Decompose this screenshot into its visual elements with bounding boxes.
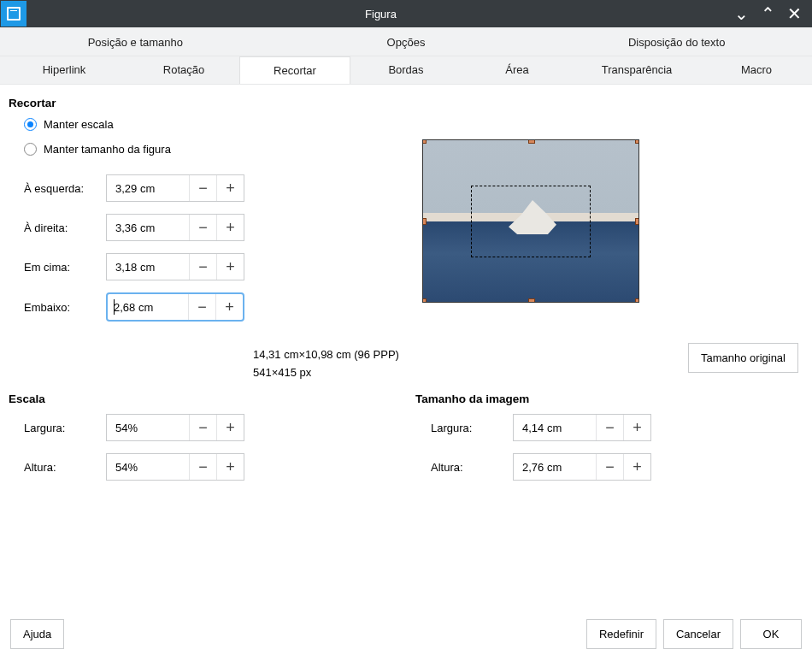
tab-transparency[interactable]: Transparência <box>573 56 701 84</box>
tab-options[interactable]: Opções <box>271 27 542 56</box>
crop-bottom-label: Embaixo: <box>24 301 96 314</box>
imgsize-height-row: Altura: 2,76 cm − + <box>431 453 697 481</box>
crop-left-label: À esquerda: <box>24 182 96 195</box>
tab-content: Recortar Manter escala Manter tamanho da… <box>0 85 812 611</box>
radio-keep-size-row[interactable]: Manter tamanho da figura <box>24 143 803 156</box>
crop-top-minus[interactable]: − <box>189 254 216 280</box>
scale-width-row: Largura: 54% − + <box>24 414 265 441</box>
crop-left-row: À esquerda: 3,29 cm − + <box>24 174 803 202</box>
imgsize-width-label: Largura: <box>431 422 503 434</box>
handle-tm[interactable] <box>528 139 535 144</box>
crop-right-value[interactable]: 3,36 cm <box>107 215 189 240</box>
crop-top-label: Em cima: <box>24 261 96 274</box>
scale-height-row: Altura: 54% − + <box>24 453 265 481</box>
handle-tr[interactable] <box>635 139 639 144</box>
radio-keep-size-label: Manter tamanho da figura <box>44 143 171 156</box>
scale-section: Escala Largura: 54% − + Altura: 54% − + <box>9 392 265 493</box>
crop-top-row: Em cima: 3,18 cm − + <box>24 253 803 280</box>
crop-bottom-input[interactable]: 2,68 cm − + <box>106 292 244 322</box>
crop-right-row: À direita: 3,36 cm − + <box>24 214 803 241</box>
cancel-button[interactable]: Cancelar <box>663 619 733 649</box>
tab-area[interactable]: Área <box>462 56 573 84</box>
crop-right-label: À direita: <box>24 221 96 234</box>
close-icon[interactable]: ✕ <box>787 5 802 22</box>
imgsize-height-value[interactable]: 2,76 cm <box>514 454 596 480</box>
crop-right-plus[interactable]: + <box>216 215 244 240</box>
ok-button[interactable]: OK <box>740 619 802 649</box>
dialog-window: Figura ⌄ ⌃ ✕ Posição e tamanho Opções Di… <box>0 0 812 661</box>
image-size-heading: Tamanho da imagem <box>415 392 697 405</box>
crop-rectangle[interactable] <box>471 186 591 257</box>
crop-preview[interactable] <box>422 139 639 303</box>
crop-top-input[interactable]: 3,18 cm − + <box>106 253 244 280</box>
scale-height-plus[interactable]: + <box>216 454 244 480</box>
crop-bottom-plus[interactable]: + <box>215 294 243 320</box>
image-info-dims: 14,31 cm×10,98 cm (96 PPP) <box>253 346 399 364</box>
tab-crop[interactable]: Recortar <box>239 56 350 84</box>
imgsize-width-value[interactable]: 4,14 cm <box>514 415 596 440</box>
radio-keep-scale[interactable] <box>24 118 37 131</box>
tab-borders[interactable]: Bordas <box>350 56 462 84</box>
imgsize-height-minus[interactable]: − <box>596 454 623 480</box>
scale-height-input[interactable]: 54% − + <box>106 453 244 481</box>
crop-bottom-value[interactable]: 2,68 cm <box>108 294 188 320</box>
handle-bl[interactable] <box>422 298 427 303</box>
window-controls: ⌄ ⌃ ✕ <box>734 5 812 22</box>
reset-button[interactable]: Redefinir <box>586 619 656 649</box>
app-icon <box>1 1 26 27</box>
scale-height-value[interactable]: 54% <box>107 454 189 480</box>
crop-right-minus[interactable]: − <box>189 215 216 240</box>
handle-ml[interactable] <box>422 218 427 225</box>
crop-top-plus[interactable]: + <box>216 254 244 280</box>
expand-icon[interactable]: ⌃ <box>761 5 775 22</box>
image-size-section: Tamanho da imagem Largura: 4,14 cm − + A… <box>415 392 697 493</box>
imgsize-width-minus[interactable]: − <box>596 415 623 440</box>
scale-width-value[interactable]: 54% <box>107 415 189 440</box>
image-info: 14,31 cm×10,98 cm (96 PPP) 541×415 px <box>253 346 399 382</box>
imgsize-width-input[interactable]: 4,14 cm − + <box>513 414 651 441</box>
crop-left-input[interactable]: 3,29 cm − + <box>106 174 244 202</box>
radio-keep-scale-label: Manter escala <box>44 118 114 131</box>
dialog-footer: Ajuda Redefinir Cancelar OK <box>0 611 812 661</box>
help-button[interactable]: Ajuda <box>10 619 64 649</box>
crop-bottom-row: Embaixo: 2,68 cm − + <box>24 292 803 322</box>
crop-left-minus[interactable]: − <box>189 175 216 201</box>
tab-rotation[interactable]: Rotação <box>128 56 239 84</box>
handle-tl[interactable] <box>422 139 427 144</box>
crop-right-input[interactable]: 3,36 cm − + <box>106 214 244 241</box>
crop-bottom-minus[interactable]: − <box>188 294 215 320</box>
imgsize-height-input[interactable]: 2,76 cm − + <box>513 453 651 481</box>
window-title: Figura <box>27 8 734 21</box>
collapse-icon[interactable]: ⌄ <box>734 5 749 22</box>
radio-keep-scale-row[interactable]: Manter escala <box>24 118 803 131</box>
handle-br[interactable] <box>635 298 639 303</box>
crop-left-plus[interactable]: + <box>216 175 244 201</box>
crop-heading: Recortar <box>9 97 803 109</box>
scale-heading: Escala <box>9 392 265 405</box>
scale-width-label: Largura: <box>24 422 96 434</box>
imgsize-height-label: Altura: <box>431 461 503 474</box>
scale-width-plus[interactable]: + <box>216 415 244 440</box>
handle-bm[interactable] <box>528 298 535 303</box>
scale-width-input[interactable]: 54% − + <box>106 414 244 441</box>
tab-macro[interactable]: Macro <box>701 56 812 84</box>
imgsize-width-plus[interactable]: + <box>623 415 650 440</box>
imgsize-width-row: Largura: 4,14 cm − + <box>431 414 697 441</box>
scale-height-label: Altura: <box>24 461 96 474</box>
secondary-tabs: Hiperlink Rotação Recortar Bordas Área T… <box>0 56 812 85</box>
title-bar: Figura ⌄ ⌃ ✕ <box>0 0 812 27</box>
scale-width-minus[interactable]: − <box>189 415 216 440</box>
radio-keep-size[interactable] <box>24 143 37 156</box>
primary-tabs: Posição e tamanho Opções Disposição do t… <box>0 27 812 56</box>
handle-mr[interactable] <box>635 218 639 225</box>
image-info-px: 541×415 px <box>253 364 399 382</box>
original-size-button[interactable]: Tamanho original <box>688 343 798 373</box>
tab-text-wrap[interactable]: Disposição do texto <box>541 27 812 56</box>
crop-top-value[interactable]: 3,18 cm <box>107 254 189 280</box>
crop-left-value[interactable]: 3,29 cm <box>107 175 189 201</box>
tab-hyperlink[interactable]: Hiperlink <box>0 56 128 84</box>
imgsize-height-plus[interactable]: + <box>623 454 650 480</box>
scale-height-minus[interactable]: − <box>189 454 216 480</box>
tab-position-size[interactable]: Posição e tamanho <box>0 27 271 56</box>
